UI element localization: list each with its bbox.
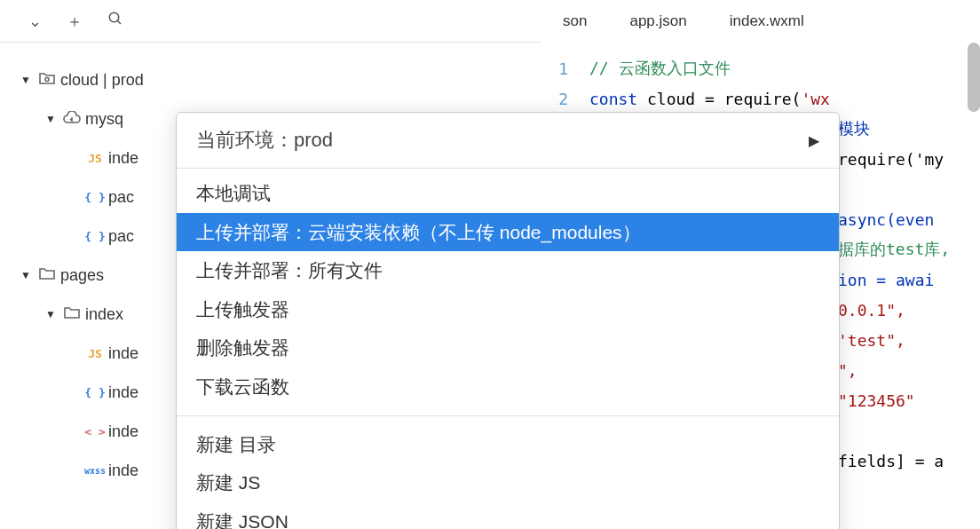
wxss-icon: wxss <box>82 466 108 476</box>
tree-label: cloud | prod <box>60 71 144 90</box>
menu-item[interactable]: 删除触发器 <box>177 328 839 367</box>
tree-label: mysq <box>85 110 123 129</box>
svg-point-0 <box>109 12 119 22</box>
tree-label: pac <box>108 227 134 246</box>
tree-label: inde <box>108 149 138 168</box>
menu-header-env[interactable]: 当前环境：prod ▶ <box>177 113 839 169</box>
js-icon: JS <box>82 347 108 360</box>
menu-divider <box>177 415 839 416</box>
menu-item[interactable]: 上传并部署：所有文件 <box>177 251 839 290</box>
code-text: ", <box>838 361 858 380</box>
line-number: 1 <box>536 59 589 78</box>
menu-item[interactable]: 新建 JS <box>177 463 839 502</box>
folder-icon <box>34 266 60 284</box>
cloud-icon <box>59 110 85 129</box>
chevron-down-icon: ▼ <box>43 113 59 125</box>
menu-item[interactable]: 下载云函数 <box>177 367 839 407</box>
code-text: async(even <box>838 210 934 229</box>
tree-label: inde <box>108 344 138 363</box>
tree-label: inde <box>108 462 138 480</box>
tab-json[interactable]: son <box>541 0 608 43</box>
code-text: fields] = a <box>838 452 944 470</box>
search-icon[interactable] <box>107 11 123 31</box>
tree-label: pac <box>108 188 134 207</box>
tree-label: inde <box>108 383 138 402</box>
menu-header-label: 当前环境：prod <box>196 127 333 154</box>
tab-app-json[interactable]: app.json <box>608 0 707 43</box>
menu-item[interactable]: 本地调试 <box>177 174 839 213</box>
cloud-folder-icon <box>34 71 60 89</box>
menu-item[interactable]: 新建 目录 <box>177 425 839 464</box>
code-text: const cloud = require('wx <box>589 90 830 108</box>
json-icon: { } <box>82 230 108 243</box>
svg-line-1 <box>117 20 121 24</box>
code-text: 'test", <box>838 331 905 350</box>
code-text: 模块 <box>838 118 870 139</box>
tree-label: inde <box>108 422 138 441</box>
code-text: // 云函数入口文件 <box>589 58 731 79</box>
menu-item[interactable]: 新建 JSON <box>177 502 839 529</box>
code-text: require('my <box>838 150 944 169</box>
context-menu: 当前环境：prod ▶ 本地调试上传并部署：云端安装依赖（不上传 node_mo… <box>176 112 840 529</box>
tree-label: pages <box>60 266 104 285</box>
folder-icon <box>59 305 85 323</box>
html-icon: < > <box>82 425 108 438</box>
svg-point-4 <box>45 78 49 82</box>
line-number: 2 <box>536 90 589 108</box>
chevron-down-icon: ▼ <box>18 269 34 281</box>
chevron-down-icon: ▼ <box>43 308 59 320</box>
code-text: "123456" <box>838 391 915 410</box>
dropdown-icon[interactable]: ⌄ <box>28 12 42 31</box>
chevron-right-icon: ▶ <box>809 132 819 149</box>
code-text: 0.0.1", <box>838 301 905 320</box>
js-icon: JS <box>82 152 108 165</box>
code-text: ion = awai <box>838 271 934 289</box>
code-line: 1 // 云函数入口文件 <box>536 53 980 83</box>
json-icon: { } <box>82 191 108 204</box>
code-line: 2 const cloud = require('wx <box>536 83 980 114</box>
tab-index-wxml[interactable]: index.wxml <box>708 0 826 43</box>
sidebar-scrollbar[interactable] <box>968 43 980 112</box>
add-icon[interactable]: ＋ <box>67 11 83 32</box>
menu-item[interactable]: 上传触发器 <box>177 290 839 329</box>
chevron-down-icon: ▼ <box>18 74 34 86</box>
code-text: 据库的test库, <box>838 239 950 260</box>
json-icon: { } <box>82 386 108 399</box>
menu-item[interactable]: 上传并部署：云端安装依赖（不上传 node_modules） <box>177 213 839 252</box>
tree-root-cloud[interactable]: ▼ cloud | prod <box>0 60 536 99</box>
editor-tabs: son app.json index.wxml <box>541 0 980 43</box>
tree-label: index <box>85 305 123 324</box>
